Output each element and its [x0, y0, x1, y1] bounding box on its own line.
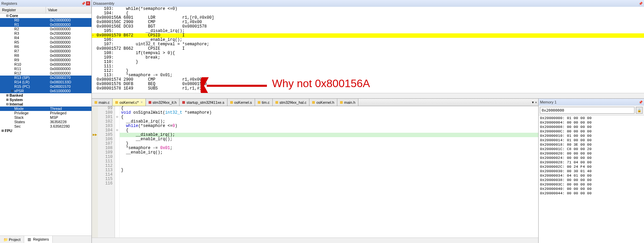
memory-line[interactable]: 0x20000024: 00 00 00 00 — [540, 156, 643, 160]
file-tab[interactable]: stm32f4xx_it.h — [146, 99, 180, 106]
register-row[interactable]: R120x00000000 — [0, 71, 91, 76]
header-value[interactable]: Value — [46, 7, 91, 13]
disassembly-scrollbar[interactable] — [92, 93, 644, 98]
memory-line[interactable]: 0x20000004: 00 00 00 00 — [540, 120, 643, 125]
memory-line[interactable]: 0x20000038: 00 00 00 00 — [540, 178, 643, 182]
register-row[interactable]: R10x00000000 — [0, 22, 91, 27]
register-row[interactable]: R20x00000000 — [0, 27, 91, 31]
disassembly-line[interactable]: 108: if(tempval > 0){ — [92, 51, 644, 55]
code-line[interactable]: __disable_irq(); — [120, 133, 538, 137]
register-row[interactable]: Sec3.63582280 — [0, 124, 91, 129]
register-row[interactable]: R50x00000000 — [0, 40, 91, 45]
file-tab[interactable]: osKernel.c*× — [113, 99, 146, 106]
memory-line[interactable]: 0x2000003C: 00 00 00 00 — [540, 182, 643, 187]
editor-body[interactable]: ▶▶ 9910010110210310410510610710810911011… — [92, 106, 538, 238]
register-row[interactable]: ⊟Core — [0, 14, 91, 18]
file-tab[interactable]: main.c — [92, 99, 113, 106]
file-tab[interactable]: stm32f4xx_hal.c — [273, 99, 309, 106]
register-row[interactable]: R00x20000000 — [0, 18, 91, 22]
register-row[interactable]: ⊞Banked — [0, 93, 91, 98]
register-row[interactable]: R15 (PC)0x08001570 — [0, 84, 91, 89]
register-row[interactable]: StackMSP — [0, 115, 91, 120]
memory-line[interactable]: 0x20000010: 01 00 00 00 — [540, 134, 643, 138]
disassembly-line[interactable]: 109: break; — [92, 55, 644, 60]
tab-registers[interactable]: ▥ Registers — [24, 236, 52, 243]
disassembly-line[interactable]: 111: — [92, 64, 644, 69]
register-row[interactable]: R60x00000000 — [0, 45, 91, 49]
register-row[interactable]: R30x20000000 — [0, 31, 91, 36]
register-row[interactable]: R90x00000000 — [0, 58, 91, 62]
memory-line[interactable]: 0x2000000C: 00 00 00 00 — [540, 129, 643, 134]
register-row[interactable]: ⊞xPSR0x61000000 — [0, 89, 91, 93]
register-row[interactable]: PrivilegePrivileged — [0, 111, 91, 115]
close-icon[interactable]: × — [141, 100, 143, 104]
code-line[interactable]: { — [120, 128, 538, 133]
memory-lock-button[interactable]: 🔒 — [636, 107, 643, 114]
memory-line[interactable]: 0x2000002C: 00 24 F4 00 — [540, 165, 643, 169]
code-lines[interactable]: {void osSignalWait(int32_t *semaphore){ … — [120, 106, 538, 238]
register-row[interactable]: R40x20000000 — [0, 36, 91, 40]
register-row[interactable]: R110x00000000 — [0, 67, 91, 71]
memory-address-input[interactable] — [540, 107, 634, 114]
code-line[interactable]: } — [120, 142, 538, 146]
pin-icon[interactable]: 📌 — [81, 2, 85, 5]
registers-tree[interactable]: ⊟CoreR00x20000000R10x00000000R20x0000000… — [0, 14, 91, 133]
file-tab[interactable]: tim.c — [255, 99, 273, 106]
file-tab[interactable]: osKernel.h — [309, 99, 337, 106]
code-line[interactable]: } — [120, 168, 538, 173]
disassembly-line[interactable]: 112: } — [92, 69, 644, 73]
register-row[interactable]: R100x00000000 — [0, 62, 91, 67]
code-line[interactable] — [120, 155, 538, 159]
tab-close-icon[interactable]: × — [535, 101, 537, 104]
file-tab[interactable]: main.h — [337, 99, 358, 106]
pin-icon[interactable]: 📌 — [639, 100, 643, 104]
editor-scrollbar[interactable] — [92, 238, 538, 243]
fold-gutter[interactable]: ⊟⊟ — [115, 106, 120, 238]
code-line[interactable] — [120, 181, 538, 186]
disassembly-body[interactable]: 103: while(*semaphore <=0) 104: {0x08001… — [92, 7, 644, 93]
code-line[interactable]: void osSignalWait(int32_t *semaphore) — [120, 111, 538, 115]
tab-project[interactable]: 📁 Project — [0, 236, 24, 243]
file-tab[interactable]: osKernel.s — [227, 99, 255, 106]
register-row[interactable]: ⊟Internal — [0, 102, 91, 107]
register-row[interactable]: R70x00000000 — [0, 49, 91, 53]
memory-line[interactable]: 0x20000008: 00 00 00 00 — [540, 125, 643, 129]
memory-line[interactable]: 0x20000030: 00 30 01 40 — [540, 169, 643, 174]
code-line[interactable]: while(*semaphore <=0) — [120, 124, 538, 128]
memory-line[interactable]: 0x20000040: 00 00 00 00 — [540, 187, 643, 191]
code-line[interactable]: *semaphore -= 0x01; — [120, 146, 538, 150]
code-line[interactable] — [120, 164, 538, 168]
code-line[interactable]: { — [120, 115, 538, 119]
memory-line[interactable]: 0x20000020: 00 00 00 00 — [540, 151, 643, 156]
code-line[interactable]: __enable_irq(); — [120, 137, 538, 142]
memory-line[interactable]: 0x20000000: 01 00 00 00 — [540, 116, 643, 120]
code-line[interactable] — [120, 159, 538, 164]
code-line[interactable]: __enable_irq(); — [120, 150, 538, 155]
close-icon[interactable]: × — [86, 1, 90, 5]
code-line[interactable] — [120, 177, 538, 181]
pin-icon[interactable]: 📌 — [639, 2, 643, 5]
memory-body[interactable]: 0x20000000: 01 00 00 000x20000004: 00 00… — [539, 115, 644, 243]
breakpoint-gutter[interactable]: ▶▶ — [92, 106, 98, 238]
register-row[interactable]: ⊞System — [0, 98, 91, 102]
code-line[interactable]: __disable_irq(); — [120, 119, 538, 124]
tab-dropdown-icon[interactable]: ▼ — [531, 101, 535, 104]
header-register[interactable]: Register — [0, 7, 46, 13]
memory-line[interactable]: 0x20000018: 80 3E 00 00 — [540, 143, 643, 147]
memory-line[interactable]: 0x20000044: 00 00 00 00 — [540, 191, 643, 196]
memory-line[interactable]: 0x2000001C: C8 00 00 20 — [540, 147, 643, 151]
register-row[interactable]: ModeThread — [0, 107, 91, 111]
register-row[interactable]: R80x00000000 — [0, 53, 91, 58]
file-tab[interactable]: startup_stm32f411xe.s — [180, 99, 227, 106]
register-row[interactable]: R14 (LR)0x0800133D — [0, 80, 91, 84]
disassembly-line[interactable]: 103: while(*semaphore <=0) — [92, 7, 644, 11]
register-row[interactable]: States36358228 — [0, 120, 91, 124]
register-row[interactable]: R13 (SP)0x20000270 — [0, 76, 91, 80]
register-row[interactable]: ⊞FPU — [0, 129, 91, 133]
disassembly-line[interactable]: 110: } — [92, 60, 644, 64]
disassembly-line[interactable]: 0x08001578 1E49 SUBS r1,r1,#1 — [92, 86, 644, 91]
memory-line[interactable]: 0x20000014: 01 00 00 00 — [540, 138, 643, 143]
code-line[interactable] — [120, 173, 538, 177]
memory-line[interactable]: 0x20000034: 04 01 00 00 — [540, 174, 643, 178]
memory-line[interactable]: 0x20000028: 71 04 00 00 — [540, 160, 643, 165]
